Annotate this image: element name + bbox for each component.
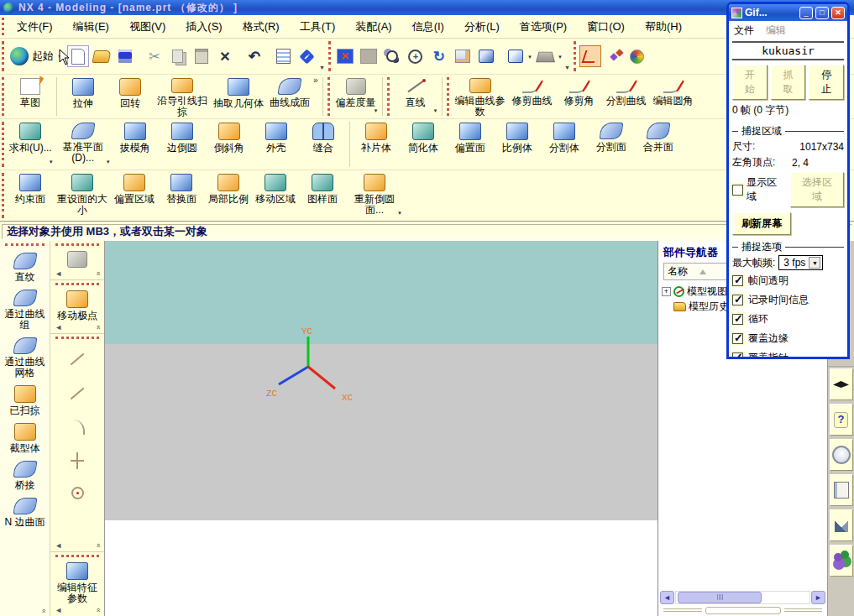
help-icon[interactable] [830, 404, 853, 436]
menu-assemblies[interactable]: 装配(A) [345, 16, 401, 38]
tool-button[interactable] [56, 248, 98, 269]
close-icon[interactable]: ✕ [831, 7, 845, 19]
palettes-icon[interactable] [830, 474, 853, 506]
menu-file[interactable]: 文件(F) [7, 16, 63, 38]
tool-button[interactable]: 移动极点 [55, 287, 100, 322]
feature-button[interactable]: 缝合 [300, 119, 347, 170]
history-icon[interactable] [830, 439, 853, 471]
strip-overflow-bar[interactable]: ◄» [53, 322, 102, 332]
surface-tool-button[interactable]: 已扫掠 [1, 380, 50, 418]
object-display-icon[interactable] [273, 45, 295, 67]
feature-button[interactable]: 倒斜角 [206, 119, 253, 170]
feature-button[interactable]: 局部比例 [205, 170, 252, 221]
information-icon[interactable] [296, 45, 318, 67]
toolbar-drag-handle[interactable] [2, 173, 5, 218]
toolbar-drag-handle[interactable] [387, 77, 390, 116]
feature-button[interactable]: 曲线成面 [266, 75, 313, 118]
feature-button[interactable]: 偏置面 [447, 119, 494, 170]
tool-button[interactable] [56, 449, 98, 470]
lattice-icon[interactable] [603, 45, 625, 67]
feature-button[interactable]: 偏差度量 [333, 75, 380, 118]
gif-menu-file[interactable]: 文件 [734, 23, 754, 38]
gif-title-bar[interactable]: Gif... _ □ ✕ [729, 4, 847, 21]
feature-button[interactable]: 简化体 [400, 119, 447, 170]
option-checkbox-row[interactable]: 帧间透明 [732, 271, 844, 290]
menu-information[interactable]: 信息(I) [402, 16, 454, 38]
feature-button[interactable]: 分割面 [588, 119, 635, 170]
toolbar-drag-handle[interactable] [327, 77, 331, 116]
feature-button[interactable]: 重设面的大小 [54, 170, 111, 221]
scroll-left-icon[interactable]: ◄ [660, 591, 674, 604]
menu-tools[interactable]: 工具(T) [290, 16, 346, 38]
toolbar-drag-handle[interactable] [2, 18, 5, 35]
feature-button[interactable]: 求和(U)... [7, 119, 55, 170]
maximize-icon[interactable]: □ [815, 7, 829, 19]
feature-button[interactable]: 约束面 [7, 170, 54, 221]
expand-icon[interactable]: + [662, 287, 671, 296]
tool-button[interactable] [56, 483, 98, 500]
feature-button[interactable]: 编辑圆角 [650, 75, 697, 118]
toolbar-drag-handle[interactable] [2, 41, 5, 71]
graphics-viewport[interactable]: YC ZC XC [105, 241, 658, 616]
fps-select[interactable]: 3 fps ▼ [778, 255, 823, 270]
customize-icon[interactable] [830, 509, 853, 541]
menu-window[interactable]: 窗口(O) [577, 16, 635, 38]
feature-button[interactable]: 沿导引线扫掠 [154, 75, 211, 118]
tool-button[interactable] [56, 347, 98, 368]
toolbar-drag-handle[interactable] [2, 122, 5, 167]
feature-button[interactable]: 外壳 [253, 119, 300, 170]
feature-button[interactable]: 分割体 [541, 119, 588, 170]
surface-tool-button[interactable]: 桥接 [1, 456, 50, 493]
rotate-view-icon[interactable] [428, 45, 450, 67]
feature-button[interactable]: 拉伸 [60, 75, 107, 118]
minimize-icon[interactable]: _ [799, 7, 813, 19]
horizontal-scrollbar[interactable]: ◄ ► [660, 590, 825, 604]
paste-icon[interactable] [191, 45, 212, 67]
open-icon[interactable] [91, 45, 113, 67]
feature-button[interactable]: 拔模角 [112, 119, 159, 170]
surface-tool-button[interactable]: N 边曲面 [1, 493, 50, 530]
menu-edit[interactable]: 编辑(E) [63, 16, 119, 38]
scrollbar-track[interactable] [675, 591, 810, 604]
feature-button[interactable]: 草图 [7, 75, 54, 118]
strip-overflow-bar[interactable]: » [3, 606, 47, 616]
strip-overflow-bar[interactable]: ◄» [53, 605, 102, 615]
orient-csys-icon[interactable] [579, 45, 601, 67]
toolbar-drag-handle[interactable] [55, 283, 98, 285]
feature-button[interactable]: 抽取几何体 [211, 75, 266, 118]
palette-icon[interactable] [626, 45, 648, 67]
display-mode-icon[interactable] [535, 45, 557, 67]
menu-help[interactable]: 帮助(H) [635, 16, 692, 38]
option-checkbox-row[interactable]: 循环 [732, 310, 844, 329]
scrollbar-thumb[interactable] [678, 592, 762, 603]
checkbox-icon[interactable] [732, 352, 743, 357]
feature-button[interactable]: 编辑曲线参数 [452, 75, 509, 118]
menu-analysis[interactable]: 分析(L) [454, 16, 510, 38]
menu-format[interactable]: 格式(R) [233, 16, 290, 38]
feature-button[interactable]: 修剪角 [556, 75, 603, 118]
isometric-view-icon[interactable] [505, 45, 527, 67]
feature-button[interactable]: 替换面 [158, 170, 205, 221]
feature-button[interactable]: 移动区域 [252, 170, 299, 221]
delete-icon[interactable] [214, 45, 236, 67]
toolbar-overflow-icon[interactable]: ▼ [564, 65, 570, 70]
feature-button[interactable]: 比例体 [494, 119, 541, 170]
feature-button[interactable]: 重新倒圆面... [346, 170, 403, 221]
strip-overflow-bar[interactable]: ◄» [53, 540, 102, 551]
feature-button[interactable]: 图样面 [299, 170, 346, 221]
zoom-in-out-icon[interactable] [405, 45, 427, 67]
training-icon[interactable] [830, 368, 853, 400]
checkbox-icon[interactable] [732, 333, 743, 344]
feature-button[interactable]: 修剪曲线 [509, 75, 556, 118]
feature-button[interactable]: 合并面 [635, 119, 682, 170]
surface-tool-button[interactable]: 通过曲线组 [1, 285, 50, 332]
show-area-checkbox[interactable] [732, 185, 743, 196]
shaded-view-icon[interactable] [475, 45, 497, 67]
toolbar-overflow-icon[interactable]: ▼ [319, 65, 325, 70]
feature-button[interactable]: 基准平面(D)... [55, 119, 112, 170]
surface-tool-button[interactable]: 截型体 [1, 418, 50, 456]
refresh-screen-button[interactable]: 刷新屏幕 [732, 212, 791, 235]
feature-button[interactable]: 补片体 [353, 119, 400, 170]
roles-icon[interactable] [830, 545, 853, 577]
panel-resize-grip[interactable] [658, 604, 827, 616]
